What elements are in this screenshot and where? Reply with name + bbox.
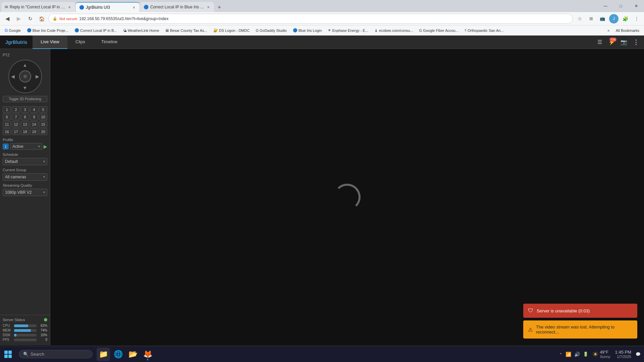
bookmark-bi-code[interactable]: 🔵 Blue Iris Code Proje...	[24, 27, 71, 33]
tab-2[interactable]: 🔵 JgrBluIris UI3 ✕	[76, 2, 140, 12]
taskbar-folder[interactable]: 📂	[126, 348, 140, 361]
ptz-down-arrow[interactable]: ▼	[23, 85, 28, 90]
new-tab-button[interactable]: +	[215, 3, 224, 12]
taskbar-clock[interactable]: 1:45 PM 1/7/2025	[614, 350, 633, 359]
ptz-right-arrow[interactable]: ▶	[36, 74, 39, 79]
read-mode-icon[interactable]: ⊞	[586, 14, 596, 23]
address-bar[interactable]: 🔒 Not secure 192.168.50.79:65535/ui3.htm…	[48, 14, 573, 24]
preset-19[interactable]: 19	[30, 128, 38, 135]
notifications-icon[interactable]: 💬	[635, 351, 641, 358]
bookmarks-bar: G Google 🔵 Blue Iris Code Proje... 🔵 Cor…	[0, 25, 644, 36]
tab-2-title: JgrBluIris UI3	[86, 5, 130, 10]
preset-10[interactable]: 10	[39, 114, 47, 120]
preset-8[interactable]: 8	[21, 114, 29, 120]
tab-2-close[interactable]: ✕	[131, 5, 136, 10]
tab-1[interactable]: ✉ Reply in "Correct Local IP in Bl... ✕	[1, 2, 75, 12]
profile-play-button[interactable]: ▶	[44, 144, 47, 149]
ptz-ring[interactable]: ▲ ▼ ◀ ▶	[8, 60, 42, 93]
preset-4[interactable]: 4	[30, 106, 38, 113]
browser-menu-icon[interactable]: ⋮	[632, 14, 641, 23]
tab-2-favicon: 🔵	[79, 5, 84, 10]
preset-12[interactable]: 12	[12, 121, 20, 128]
bookmark-ortho[interactable]: ⚕ Orthopaedic San An...	[462, 27, 506, 33]
minimize-button[interactable]: —	[598, 0, 613, 12]
forward-button[interactable]: ▶	[14, 14, 23, 23]
preset-15[interactable]: 15	[39, 121, 47, 128]
quality-select[interactable]: 1080p VBR V2 720p VBR 480p VBR	[3, 189, 47, 196]
bookmark-gfiber[interactable]: G Google Fiber Accou...	[417, 28, 461, 33]
preset-9[interactable]: 9	[30, 114, 38, 120]
preset-11[interactable]: 11	[3, 121, 11, 128]
taskbar-chrome[interactable]: 🌐	[111, 348, 125, 361]
nav-live-view[interactable]: Live View	[33, 36, 67, 49]
preset-20[interactable]: 20	[39, 128, 47, 135]
bookmark-correct-ip[interactable]: 🔵 Correct Local IP in B...	[72, 27, 120, 33]
preset-13[interactable]: 13	[21, 121, 29, 128]
tab-3[interactable]: 🔵 Correct Local IP in Blue Iris We... ✕	[140, 2, 214, 12]
bookmark-ecobee[interactable]: 🌡 ecobee.com/consu...	[372, 28, 416, 33]
tab-1-close[interactable]: ✕	[67, 5, 72, 9]
screen-cast-icon[interactable]: 📺	[598, 14, 607, 23]
bookmark-dslogon[interactable]: 🔐 DS Logon - DMDC	[211, 27, 253, 33]
bookmark-bilogin[interactable]: 🔵 Blue Iris Login	[290, 27, 325, 33]
bookmark-weather[interactable]: 🌤 WeatherLink Home	[120, 28, 162, 33]
taskbar-file-explorer[interactable]: 📁	[97, 348, 110, 361]
tray-expand-button[interactable]: ^	[558, 352, 563, 357]
preset-16[interactable]: 16	[3, 128, 11, 135]
camera-button[interactable]: 📷	[619, 37, 629, 48]
mem-label: MEM	[3, 328, 13, 332]
bookmark-godaddy[interactable]: G GoDaddy Studio	[253, 28, 289, 33]
schedule-label: Schedule	[3, 153, 47, 157]
home-button[interactable]: 🏠	[37, 14, 46, 23]
preset-7[interactable]: 7	[12, 114, 20, 120]
schedule-select[interactable]: Default Custom	[3, 158, 47, 165]
preset-5[interactable]: 5	[39, 106, 47, 113]
url-text: 192.168.50.79:65535/ui3.htm?t=live&group…	[79, 16, 168, 21]
warning-notification-text: The video stream was lost. Attempting to…	[536, 324, 633, 335]
bookmark-enphase[interactable]: ☀ Enphase Energy - E...	[325, 27, 371, 33]
taskbar-firefox[interactable]: 🦊	[141, 348, 154, 361]
ptz-left-arrow[interactable]: ◀	[11, 74, 15, 79]
tab-1-title: Reply in "Correct Local IP in Bl...	[10, 5, 65, 9]
app-menu-button[interactable]: ⋮	[631, 37, 641, 48]
bookmarks-more-button[interactable]: »	[605, 27, 612, 34]
profile-select[interactable]: Active Inactive Away Night	[10, 143, 42, 150]
network-icon[interactable]: 📶	[565, 351, 572, 358]
start-button[interactable]	[0, 346, 16, 362]
bookmark-google[interactable]: G Google	[2, 27, 23, 34]
maximize-button[interactable]: □	[613, 0, 629, 12]
preset-14[interactable]: 14	[30, 121, 38, 128]
ptz-center-button[interactable]	[19, 70, 31, 82]
preset-3[interactable]: 3	[21, 106, 29, 113]
nav-clips[interactable]: Clips	[67, 36, 93, 49]
list-view-button[interactable]: ☰	[594, 37, 605, 48]
preset-6[interactable]: 6	[3, 114, 11, 120]
ptz-up-arrow[interactable]: ▲	[23, 62, 28, 68]
all-bookmarks-button[interactable]: All Bookmarks	[613, 28, 642, 33]
volume-icon[interactable]: 🔊	[574, 351, 580, 358]
preset-1[interactable]: 1	[3, 106, 11, 113]
weather-widget[interactable]: ☀ 49°F Sunny	[591, 350, 611, 359]
preset-2[interactable]: 2	[12, 106, 20, 113]
preset-17[interactable]: 17	[12, 128, 20, 135]
bookmark-bexar[interactable]: 🏛 Bexar County Tax As...	[163, 28, 210, 33]
extensions-icon[interactable]: 🧩	[621, 14, 630, 23]
weather-info: 49°F Sunny	[600, 350, 610, 359]
mem-value: 74%	[38, 328, 47, 332]
profile-icon[interactable]: J	[609, 14, 619, 23]
cpu-label: CPU	[3, 324, 13, 327]
tab-3-close[interactable]: ✕	[206, 5, 211, 9]
browser-toolbar: ◀ ▶ ↻ 🏠 🔒 Not secure 192.168.50.79:65535…	[0, 12, 644, 25]
preset-18[interactable]: 18	[21, 128, 29, 135]
back-button[interactable]: ◀	[3, 14, 12, 23]
taskbar-search[interactable]: 🔍 Search	[19, 350, 93, 358]
close-button[interactable]: ✕	[629, 0, 644, 12]
alerts-button[interactable]: ⚡ 734	[606, 37, 617, 48]
battery-icon[interactable]: 🔋	[582, 351, 589, 358]
group-select[interactable]: All cameras Group 1 Group 2	[3, 173, 47, 181]
toggle-3d-button[interactable]: Toggle 3D Positioning	[3, 96, 47, 102]
error-notification-text: Server is unavailable (0:03)	[537, 308, 590, 313]
nav-timeline[interactable]: Timeline	[93, 36, 126, 49]
bookmark-star-icon[interactable]: ☆	[575, 14, 584, 23]
reload-button[interactable]: ↻	[25, 14, 35, 23]
